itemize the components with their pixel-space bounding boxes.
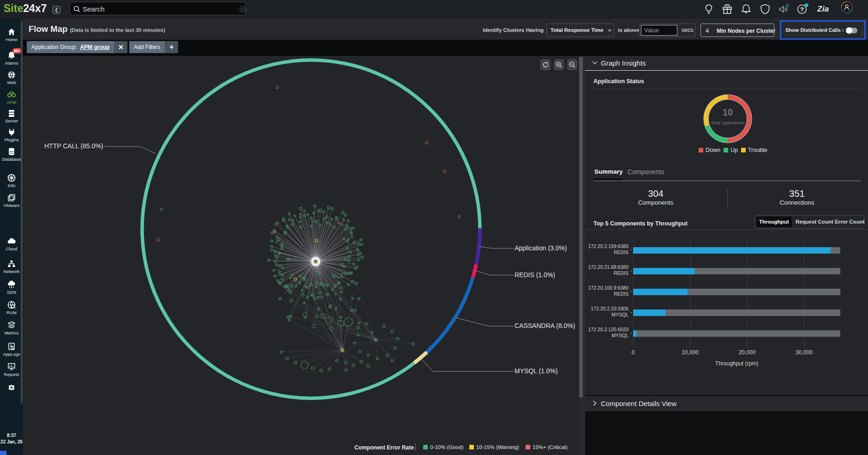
svg-text:REDIS (1.0%): REDIS (1.0%) [515, 271, 555, 279]
svg-text:Zia: Zia [817, 4, 829, 13]
svg-text:Application (3.0%): Application (3.0%) [515, 244, 567, 252]
svg-text:CASSANDRA (8.0%): CASSANDRA (8.0%) [515, 322, 575, 329]
svg-text:?: ? [800, 6, 804, 13]
svg-text:HTTP CALL (85.0%): HTTP CALL (85.0%) [44, 142, 103, 150]
svg-text:MYSQL (1.0%): MYSQL (1.0%) [515, 367, 558, 375]
svg-text:Total Applications: Total Applications [711, 120, 745, 125]
svg-text:10: 10 [723, 107, 733, 117]
